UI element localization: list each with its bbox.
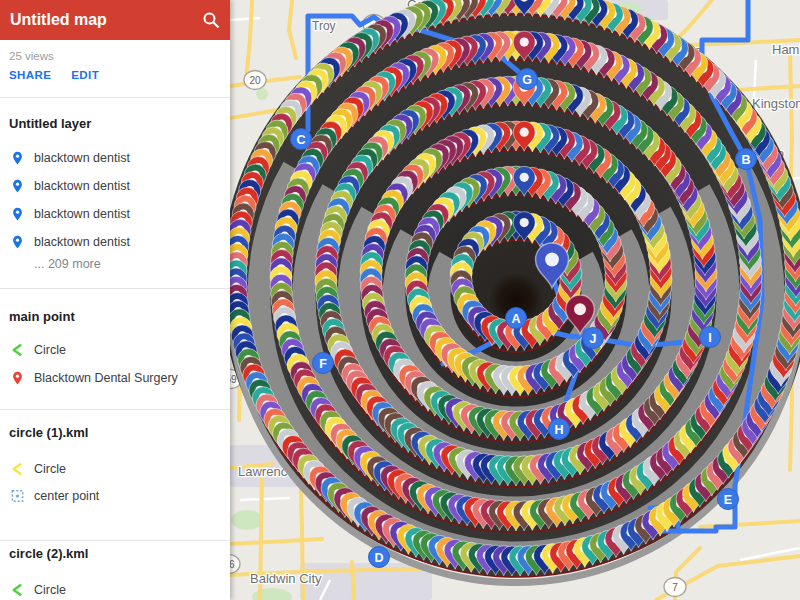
svg-text:E: E (724, 493, 732, 507)
waypoint-D[interactable]: D (369, 547, 390, 568)
list-item[interactable]: blacktown dentist (10, 150, 130, 166)
map-pin-icon (10, 150, 25, 166)
svg-text:H: H (554, 423, 563, 437)
route-shield-number: 20 (249, 75, 261, 86)
more-items-link[interactable]: ... 209 more (34, 257, 101, 271)
list-item[interactable]: blacktown dentist (10, 206, 130, 222)
list-item[interactable]: blacktown dentist (10, 178, 130, 194)
list-item-label: blacktown dentist (34, 235, 130, 249)
divider (0, 97, 230, 98)
waypoint-I[interactable]: I (700, 327, 721, 348)
divider (0, 288, 230, 289)
layer-title-circle-1[interactable]: circle (1).kml (9, 425, 89, 440)
waypoint-B[interactable]: B (736, 149, 757, 170)
svg-text:B: B (741, 153, 750, 167)
list-item-label: center point (34, 489, 99, 503)
page-title: Untitled map (10, 11, 202, 29)
divider (0, 409, 230, 410)
list-item-label: Blacktown Dental Surgery (34, 371, 178, 385)
route-shield-number: 56 (230, 559, 235, 570)
action-links: SHARE EDIT (9, 69, 99, 81)
polyline-icon (10, 461, 25, 477)
polyline-icon (10, 342, 25, 358)
edit-link[interactable]: EDIT (71, 69, 99, 81)
waypoint-C[interactable]: C (291, 129, 312, 150)
map-pin-icon (10, 178, 25, 194)
waypoint-J[interactable]: J (583, 328, 604, 349)
svg-text:J: J (590, 332, 597, 346)
waypoint-A[interactable]: A (506, 308, 527, 329)
waypoint-H[interactable]: H (549, 419, 570, 440)
map-pin-icon (10, 234, 25, 250)
waypoint-G[interactable]: G (517, 69, 538, 90)
list-item[interactable]: center point (10, 488, 99, 504)
svg-text:D: D (374, 551, 383, 565)
list-item[interactable]: Circle (10, 461, 66, 477)
map-place-label: Troy (312, 19, 336, 33)
list-item-label: Circle (34, 462, 66, 476)
map-place-label: Kingston (752, 96, 800, 111)
map-place-label: Hamilton (772, 42, 800, 57)
center-point-icon (10, 488, 25, 504)
views-count: 25 views (9, 50, 54, 62)
layer-title-circle-2[interactable]: circle (2).kml (9, 546, 89, 561)
waypoint-E[interactable]: E (718, 489, 739, 510)
search-icon[interactable] (202, 11, 220, 29)
list-item[interactable]: blacktown dentist (10, 234, 130, 250)
waypoint-F[interactable]: F (313, 353, 334, 374)
layer-title-untitled-layer[interactable]: Untitled layer (9, 116, 91, 131)
svg-text:A: A (511, 312, 520, 326)
list-item[interactable]: Circle (10, 582, 66, 598)
list-item[interactable]: Circle (10, 342, 66, 358)
list-item[interactable]: Blacktown Dental Surgery (10, 370, 178, 386)
map-viewport[interactable]: 2059567Country ClubTroyCameronHamiltonKi… (230, 0, 800, 600)
divider (0, 540, 230, 541)
map-canvas[interactable]: 2059567Country ClubTroyCameronHamiltonKi… (230, 0, 800, 600)
list-item-label: Circle (34, 583, 66, 597)
list-item-label: blacktown dentist (34, 207, 130, 221)
map-pin-icon (10, 370, 25, 386)
svg-text:I: I (708, 331, 711, 345)
route-shield-number: 7 (672, 582, 678, 593)
list-item-label: blacktown dentist (34, 179, 130, 193)
svg-text:F: F (319, 357, 327, 371)
map-title-header: Untitled map (0, 0, 230, 40)
polyline-icon (10, 582, 25, 598)
route-shield-number: 59 (230, 374, 237, 385)
list-item-label: Circle (34, 343, 66, 357)
list-item-label: blacktown dentist (34, 151, 130, 165)
layer-title-main-point[interactable]: main point (9, 309, 75, 324)
svg-text:C: C (296, 133, 305, 147)
map-pin-icon (10, 206, 25, 222)
map-place-label: Baldwin City (250, 571, 322, 586)
svg-text:G: G (522, 73, 532, 87)
sidebar-panel: Untitled map 25 views SHARE EDIT Untitle… (0, 0, 230, 600)
share-link[interactable]: SHARE (9, 69, 51, 81)
